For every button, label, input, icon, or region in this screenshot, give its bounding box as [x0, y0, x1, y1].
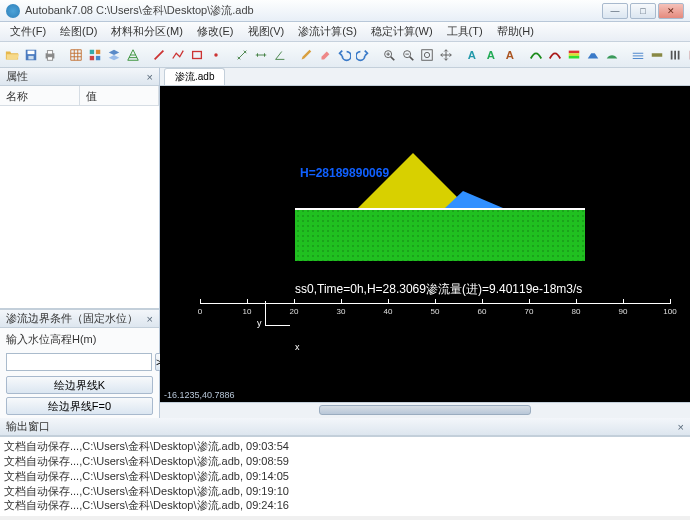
- svg-rect-23: [569, 53, 580, 56]
- svg-rect-1: [28, 50, 35, 54]
- rect-icon[interactable]: [189, 45, 205, 65]
- contour-icon[interactable]: [566, 45, 582, 65]
- text-a2-icon[interactable]: A: [483, 45, 499, 65]
- slip-line-icon[interactable]: [528, 45, 544, 65]
- properties-header: 属性: [0, 68, 159, 86]
- draw-boundary-f0-button[interactable]: 绘边界线F=0: [6, 397, 153, 415]
- menu-view[interactable]: 视图(V): [242, 22, 291, 41]
- svg-rect-17: [422, 49, 433, 60]
- maximize-button[interactable]: □: [630, 3, 656, 19]
- toolbar: A A A: [0, 42, 690, 68]
- output-header: 输出窗口: [0, 418, 690, 436]
- prop-col-value: 值: [80, 86, 160, 105]
- mesh-icon[interactable]: [125, 45, 141, 65]
- section-icon[interactable]: [585, 45, 601, 65]
- save-icon[interactable]: [23, 45, 39, 65]
- surface-icon[interactable]: [604, 45, 620, 65]
- text-a3-icon[interactable]: A: [502, 45, 518, 65]
- svg-rect-22: [569, 50, 580, 53]
- svg-rect-5: [47, 56, 52, 60]
- svg-rect-11: [193, 51, 202, 58]
- prop-col-name: 名称: [0, 86, 80, 105]
- menu-file[interactable]: 文件(F): [4, 22, 52, 41]
- draw-boundary-k-button[interactable]: 绘边界线K: [6, 376, 153, 394]
- menu-draw[interactable]: 绘图(D): [54, 22, 103, 41]
- app-icon: [6, 4, 20, 18]
- svg-line-14: [391, 56, 395, 60]
- close-button[interactable]: ✕: [658, 3, 684, 19]
- ruler: 0102030405060708090100: [200, 296, 670, 316]
- output-line: 文档自动保存...,C:\Users\金科\Desktop\渗流.adb, 09…: [4, 469, 686, 484]
- dimension-icon[interactable]: [253, 45, 269, 65]
- menu-seepage[interactable]: 渗流计算(S): [292, 22, 363, 41]
- minimize-button[interactable]: —: [602, 3, 628, 19]
- cursor-coords: -16.1235,40.7886: [164, 390, 235, 400]
- svg-point-18: [424, 52, 429, 57]
- zoom-out-icon[interactable]: [400, 45, 416, 65]
- menu-stability[interactable]: 稳定计算(W): [365, 22, 439, 41]
- svg-text:A: A: [506, 49, 514, 61]
- svg-line-10: [155, 50, 164, 59]
- boundary-input-label: 输入水位高程H(m): [0, 328, 159, 351]
- slip-line2-icon[interactable]: [547, 45, 563, 65]
- svg-rect-2: [28, 55, 33, 59]
- head-label: H=28189890069: [300, 166, 389, 180]
- water-level-input[interactable]: [6, 353, 152, 371]
- pan-icon[interactable]: [438, 45, 454, 65]
- svg-rect-6: [90, 49, 94, 53]
- dam-model: [295, 181, 585, 261]
- menu-help[interactable]: 帮助(H): [491, 22, 540, 41]
- water1-icon[interactable]: [630, 45, 646, 65]
- polyline-icon[interactable]: [170, 45, 186, 65]
- svg-point-12: [214, 53, 218, 57]
- angle-icon[interactable]: [272, 45, 288, 65]
- redo-icon[interactable]: [355, 45, 371, 65]
- svg-text:A: A: [487, 49, 495, 61]
- boundary-header: 渗流边界条件（固定水位）: [0, 310, 159, 328]
- output-line: 文档自动保存...,C:\Users\金科\Desktop\渗流.adb, 09…: [4, 454, 686, 469]
- zoom-in-icon[interactable]: [381, 45, 397, 65]
- grid-icon[interactable]: [68, 45, 84, 65]
- output-line: 文档自动保存...,C:\Users\金科\Desktop\渗流.adb, 09…: [4, 498, 686, 513]
- water2-icon[interactable]: [649, 45, 665, 65]
- svg-text:A: A: [468, 49, 476, 61]
- menu-tools[interactable]: 工具(T): [441, 22, 489, 41]
- canvas[interactable]: H=28189890069 ss0,Time=0h,H=28.3069渗流量(进…: [160, 86, 690, 402]
- svg-rect-24: [569, 55, 580, 58]
- svg-rect-8: [90, 55, 94, 59]
- zone-icon[interactable]: [87, 45, 103, 65]
- text-a-icon[interactable]: A: [464, 45, 480, 65]
- svg-rect-4: [47, 50, 52, 54]
- zoom-fit-icon[interactable]: [419, 45, 435, 65]
- output-line: 文档自动保存...,C:\Users\金科\Desktop\渗流.adb, 09…: [4, 484, 686, 499]
- horizontal-scrollbar[interactable]: [160, 402, 690, 418]
- svg-line-16: [410, 56, 414, 60]
- tabbar: 渗流.adb: [160, 68, 690, 86]
- window-title: Autobank7.08 C:\Users\金科\Desktop\渗流.adb: [25, 3, 602, 18]
- pencil-icon[interactable]: [298, 45, 314, 65]
- svg-rect-7: [96, 49, 100, 53]
- titlebar: Autobank7.08 C:\Users\金科\Desktop\渗流.adb …: [0, 0, 690, 22]
- undo-icon[interactable]: [336, 45, 352, 65]
- properties-list[interactable]: [0, 106, 159, 309]
- print-icon[interactable]: [42, 45, 58, 65]
- menubar: 文件(F) 绘图(D) 材料和分区(M) 修改(E) 视图(V) 渗流计算(S)…: [0, 22, 690, 42]
- measure-icon[interactable]: [234, 45, 250, 65]
- axis-x-label: x: [295, 342, 300, 352]
- menu-modify[interactable]: 修改(E): [191, 22, 240, 41]
- menu-materials[interactable]: 材料和分区(M): [105, 22, 189, 41]
- output-line: 文档自动保存...,C:\Users\金科\Desktop\渗流.adb, 09…: [4, 439, 686, 454]
- output-list[interactable]: 文档自动保存...,C:\Users\金科\Desktop\渗流.adb, 09…: [0, 436, 690, 516]
- point-icon[interactable]: [208, 45, 224, 65]
- open-icon[interactable]: [4, 45, 20, 65]
- eraser-icon[interactable]: [317, 45, 333, 65]
- svg-rect-9: [96, 55, 100, 59]
- axis-y-label: y: [257, 318, 262, 328]
- line-icon[interactable]: [151, 45, 167, 65]
- document-tab[interactable]: 渗流.adb: [164, 68, 225, 85]
- bars-icon[interactable]: [668, 45, 684, 65]
- layers-icon[interactable]: [106, 45, 122, 65]
